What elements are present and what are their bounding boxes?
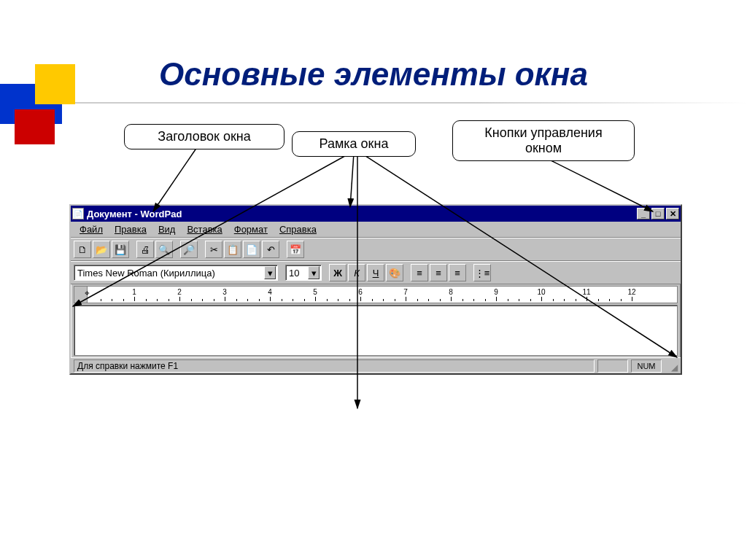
font-size: 10 <box>289 268 305 279</box>
align-left-icon[interactable]: ≡ <box>411 264 428 281</box>
align-center-icon[interactable]: ≡ <box>430 264 447 281</box>
dropdown-icon[interactable]: ▾ <box>264 266 276 279</box>
save-icon[interactable]: 💾 <box>112 241 129 258</box>
deco-line <box>62 102 747 104</box>
paste-icon[interactable]: 📄 <box>243 241 260 258</box>
svg-line-2 <box>350 153 354 207</box>
format-toolbar: Times New Roman (Кириллица) ▾ 10 ▾ Ж К Ч… <box>71 261 681 284</box>
dropdown-icon[interactable]: ▾ <box>308 266 320 279</box>
menu-edit[interactable]: Правка <box>109 222 152 236</box>
undo-icon[interactable]: ↶ <box>262 241 279 258</box>
copy-icon[interactable]: 📋 <box>224 241 241 258</box>
print-icon[interactable]: 🖨 <box>136 241 154 258</box>
datetime-icon[interactable]: 📅 <box>287 241 304 258</box>
standard-toolbar: 🗋 📂 💾 🖨 🔍 🔎 ✂ 📋 📄 ↶ 📅 <box>71 238 681 261</box>
status-num: NUM <box>631 359 662 373</box>
window-title: Документ - WordPad <box>87 209 637 219</box>
minimize-button[interactable]: _ <box>637 208 650 219</box>
underline-button[interactable]: Ч <box>367 264 384 281</box>
status-cell-empty <box>597 359 628 373</box>
titlebar[interactable]: 📄 Документ - WordPad _ □ ✕ <box>71 206 681 222</box>
menubar: Файл Правка Вид Вставка Формат Справка <box>71 222 681 238</box>
wordpad-window: 📄 Документ - WordPad _ □ ✕ Файл Правка В… <box>69 204 682 375</box>
ruler[interactable]: ⌖ 123456789101112 <box>74 286 678 303</box>
statusbar: Для справки нажмите F1 NUM ◢ <box>71 357 681 373</box>
slide-title: Основные элементы окна <box>0 56 747 93</box>
menu-file[interactable]: Файл <box>74 222 109 236</box>
menu-format[interactable]: Формат <box>228 222 274 236</box>
app-icon: 📄 <box>72 208 84 219</box>
status-text: Для справки нажмите F1 <box>74 359 595 373</box>
font-name: Times New Roman (Кириллица) <box>77 268 261 279</box>
maximize-button[interactable]: □ <box>651 208 665 219</box>
italic-button[interactable]: К <box>348 264 365 281</box>
menu-view[interactable]: Вид <box>152 222 182 236</box>
resize-grip-icon[interactable]: ◢ <box>665 359 678 373</box>
find-icon[interactable]: 🔎 <box>180 241 198 258</box>
open-icon[interactable]: 📂 <box>93 241 110 258</box>
close-button[interactable]: ✕ <box>666 208 679 219</box>
svg-line-0 <box>153 147 197 211</box>
deco-red <box>15 109 55 144</box>
align-right-icon[interactable]: ≡ <box>449 264 466 281</box>
font-combo[interactable]: Times New Roman (Кириллица) ▾ <box>74 265 278 281</box>
menu-help[interactable]: Справка <box>274 222 322 236</box>
callout-frame: Рамка окна <box>292 131 416 157</box>
editor-area[interactable] <box>74 305 678 356</box>
bullets-icon[interactable]: ⋮≡ <box>473 264 491 281</box>
color-button[interactable]: 🎨 <box>386 264 403 281</box>
svg-line-5 <box>543 157 653 211</box>
size-combo[interactable]: 10 ▾ <box>285 265 322 281</box>
menu-insert[interactable]: Вставка <box>181 222 228 236</box>
callout-controls: Кнопки управления окном <box>452 120 635 161</box>
new-icon[interactable]: 🗋 <box>74 241 91 258</box>
bold-button[interactable]: Ж <box>329 264 347 281</box>
cut-icon[interactable]: ✂ <box>205 241 222 258</box>
preview-icon[interactable]: 🔍 <box>155 241 173 258</box>
callout-titlebar: Заголовок окна <box>124 124 285 149</box>
